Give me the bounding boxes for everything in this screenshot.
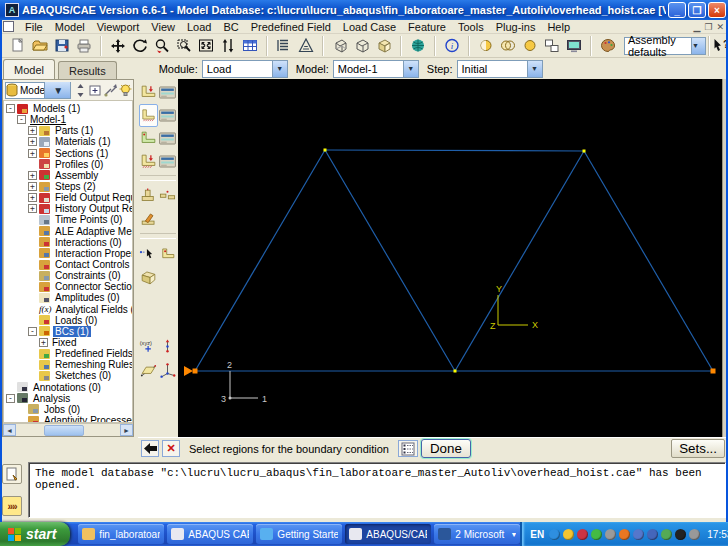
manager-button[interactable] (158, 150, 177, 173)
sets-button[interactable]: Sets... (671, 439, 725, 458)
truss-node-bottom_left[interactable] (193, 369, 198, 374)
scroll-right-icon[interactable]: ► (120, 424, 133, 436)
menu-help[interactable]: Help (541, 20, 576, 33)
command-prompt-button[interactable]: »» (2, 496, 22, 516)
loadcase-L-button[interactable] (139, 150, 158, 173)
truss-node-bottom_right[interactable] (711, 369, 716, 374)
maximize-button[interactable]: ❐ (688, 2, 706, 18)
tray-icon-9[interactable] (675, 529, 686, 540)
tray-icon-8[interactable] (661, 529, 672, 540)
arrows-vert-icon[interactable] (217, 35, 239, 57)
menu-view[interactable]: View (145, 20, 181, 33)
cube-wire2-icon[interactable] (351, 35, 373, 57)
pan-icon[interactable] (107, 35, 129, 57)
tree-item-connector-sections-0[interactable]: Connector Sections (0) (6, 281, 132, 292)
tray-icon-7[interactable] (647, 529, 658, 540)
tree-item-adaptivity-processes-0[interactable]: Adaptivity Processes (0) (6, 415, 132, 423)
tree-item-steps-2[interactable]: +Steps (2) (6, 181, 132, 192)
expand-icon[interactable]: + (28, 182, 37, 191)
taskbar-task-4[interactable]: 2 Microsoft ...▼ (434, 524, 520, 544)
truss-node-top_right[interactable] (583, 150, 586, 153)
tree-item-bcs-1[interactable]: -BCs (1) (6, 326, 132, 337)
selection-options-button[interactable] (398, 440, 418, 457)
chevron-down-icon[interactable]: ▼ (510, 531, 516, 538)
menu-load-case[interactable]: Load Case (337, 20, 402, 33)
tray-icon-2[interactable] (577, 529, 588, 540)
render-style-combobox[interactable]: Assembly defaults▼ (624, 37, 706, 55)
open-folder-icon[interactable] (29, 35, 51, 57)
tree-item-ale-adaptive-mesh-constraints[interactable]: ALE Adaptive Mesh Constraints (6, 226, 132, 237)
triangle-list-icon[interactable] (295, 35, 317, 57)
menu-plug-ins[interactable]: Plug-ins (490, 20, 542, 33)
tree-item-sketches-0[interactable]: Sketches (0) (6, 370, 132, 381)
xyz-label-button[interactable]: (xyz) (139, 335, 158, 358)
chevron-down-icon[interactable]: ▼ (691, 38, 705, 54)
tray-icon-6[interactable] (633, 529, 644, 540)
taskbar-task-1[interactable]: ABAQUS CAE (167, 524, 253, 544)
manager-button[interactable] (158, 127, 177, 150)
expand-icon[interactable]: + (28, 149, 37, 158)
tray-icon-4[interactable] (605, 529, 616, 540)
tree-item-fixed[interactable]: +Fixed (6, 337, 132, 348)
prompt-back-button[interactable] (141, 440, 159, 457)
spin-icon[interactable] (73, 82, 88, 98)
field-L-button[interactable] (139, 127, 158, 150)
palette-icon[interactable] (597, 35, 619, 57)
zoom-icon[interactable] (151, 35, 173, 57)
monitor-icon[interactable] (563, 35, 585, 57)
bc-L-button[interactable] (139, 104, 158, 127)
expand-icon[interactable]: + (28, 193, 37, 202)
tree-list-icon[interactable] (273, 35, 295, 57)
child-restore-icon[interactable]: ❐ (704, 22, 712, 32)
child-window-icon[interactable] (3, 21, 14, 32)
fit-icon[interactable] (195, 35, 217, 57)
tree-item-history-output-requests[interactable]: +History Output Requests (6, 203, 132, 214)
link-icon[interactable] (103, 82, 118, 98)
menu-feature[interactable]: Feature (402, 20, 452, 33)
grid-icon[interactable] (239, 35, 261, 57)
tree-item-amplitudes-0[interactable]: Amplitudes (0) (6, 292, 132, 303)
zoom-box-icon[interactable] (173, 35, 195, 57)
edit-cursor-button[interactable] (139, 243, 158, 266)
tree-item-interactions-0[interactable]: Interactions (0) (6, 237, 132, 248)
tray-icon-1[interactable] (563, 529, 574, 540)
taskbar-task-3[interactable]: ABAQUS/CAE ... (345, 524, 431, 544)
expand-icon[interactable]: + (28, 204, 37, 213)
tree-item-remeshing-rules-0[interactable]: Remeshing Rules (0) (6, 359, 132, 370)
circle-two-icon[interactable] (497, 35, 519, 57)
module-combobox[interactable]: Load▼ (202, 60, 288, 78)
tree-horizontal-scrollbar[interactable]: ◄ ► (3, 423, 133, 436)
new-doc-icon[interactable] (7, 35, 29, 57)
tree-item-materials-1[interactable]: +Materials (1) (6, 136, 132, 147)
collapse-icon[interactable]: - (6, 394, 15, 403)
tree-item-predefined-fields-0[interactable]: Predefined Fields (0) (6, 348, 132, 359)
prompt-cancel-button[interactable]: ✕ (162, 440, 180, 457)
manager-button[interactable] (158, 81, 177, 104)
language-indicator[interactable]: EN (530, 529, 544, 540)
scroll-left-icon[interactable]: ◄ (3, 424, 16, 436)
lightbulb-icon[interactable] (118, 82, 133, 98)
expand-icon[interactable]: + (28, 137, 37, 146)
pedestal-button[interactable] (158, 185, 177, 208)
chevron-down-icon[interactable]: ▼ (527, 61, 542, 77)
truss-member[interactable] (325, 150, 584, 151)
circle-half-icon[interactable] (475, 35, 497, 57)
tree-item-profiles-0[interactable]: Profiles (0) (6, 159, 132, 170)
plane-datum-button[interactable] (139, 358, 158, 381)
menu-tools[interactable]: Tools (452, 20, 490, 33)
layout-icon[interactable] (541, 35, 563, 57)
chevron-down-icon[interactable]: ▼ (403, 61, 418, 77)
menu-bc[interactable]: BC (217, 20, 244, 33)
scroll-thumb[interactable] (44, 425, 84, 436)
truss-member[interactable] (325, 150, 455, 371)
tree-item-contact-controls-0[interactable]: Contact Controls (0) (6, 259, 132, 270)
start-button[interactable]: start (0, 522, 70, 546)
chevron-down-icon[interactable]: ▼ (272, 61, 287, 77)
taskbar-task-2[interactable]: Getting Starte... (256, 524, 342, 544)
truss-member[interactable] (455, 151, 584, 371)
step-combobox[interactable]: Initial▼ (457, 60, 543, 78)
tab-model[interactable]: Model (3, 59, 55, 79)
tree-item-interaction-properties-0[interactable]: Interaction Properties (0) (6, 248, 132, 259)
sphere-icon[interactable] (407, 35, 429, 57)
collapse-icon[interactable]: - (17, 115, 26, 124)
